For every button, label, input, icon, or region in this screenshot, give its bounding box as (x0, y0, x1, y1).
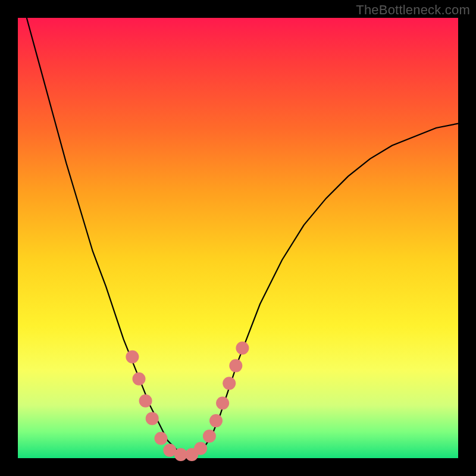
marker-dot (236, 342, 249, 355)
marker-dot (194, 442, 207, 455)
attribution-text: TheBottleneck.com (356, 2, 470, 18)
highlight-markers (126, 342, 249, 461)
marker-dot (126, 350, 139, 364)
curve-line (27, 18, 458, 454)
marker-dot (229, 359, 242, 372)
marker-dot (146, 412, 159, 425)
marker-dot (209, 414, 223, 427)
marker-dot (155, 432, 168, 445)
curve-path (27, 18, 458, 454)
marker-dot (203, 430, 216, 443)
chart-svg (18, 18, 458, 458)
marker-dot (133, 372, 146, 386)
marker-dot (216, 397, 229, 410)
chart-frame: TheBottleneck.com (0, 0, 476, 476)
marker-dot (139, 394, 152, 408)
marker-dot (223, 377, 236, 390)
